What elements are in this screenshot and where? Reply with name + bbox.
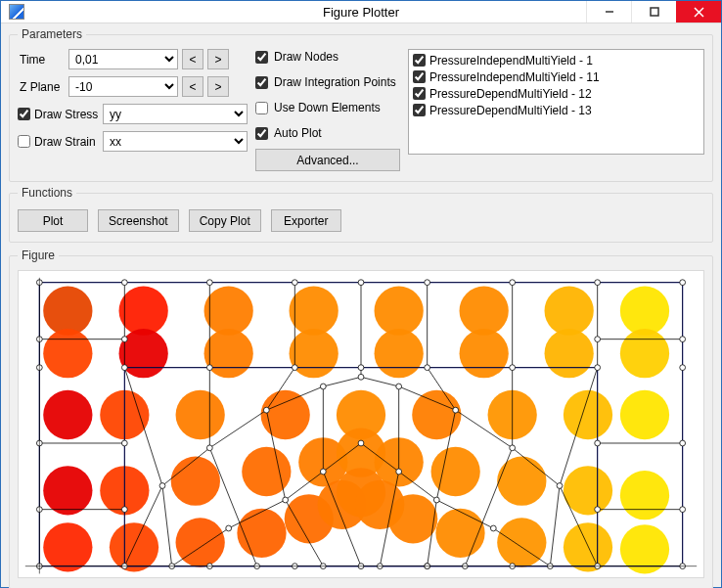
svg-point-39 <box>620 471 669 520</box>
use-down-checkbox[interactable] <box>255 102 268 114</box>
svg-point-4 <box>43 287 92 336</box>
list-item: PressureDependMultiYield - 12 <box>413 85 699 102</box>
time-combo[interactable]: 0,01 <box>68 49 178 69</box>
svg-point-7 <box>290 287 338 336</box>
svg-point-170 <box>510 445 516 451</box>
svg-point-13 <box>119 329 168 378</box>
parameters-legend: Parameters <box>18 27 86 41</box>
svg-point-14 <box>204 329 253 378</box>
svg-line-81 <box>323 377 361 386</box>
time-next-button[interactable]: > <box>207 49 229 69</box>
svg-point-122 <box>595 337 601 342</box>
svg-point-118 <box>680 280 686 286</box>
figure-group: Figure <box>9 249 713 588</box>
svg-point-165 <box>263 407 269 413</box>
app-icon <box>9 4 24 20</box>
svg-point-162 <box>490 525 496 531</box>
svg-point-23 <box>261 390 310 439</box>
svg-line-74 <box>162 485 172 565</box>
screenshot-button[interactable]: Screenshot <box>98 209 179 232</box>
svg-point-116 <box>510 280 516 286</box>
svg-point-16 <box>375 329 424 378</box>
svg-point-159 <box>358 440 364 446</box>
draw-strain-checkbox[interactable] <box>18 135 30 148</box>
svg-point-51 <box>564 522 612 571</box>
svg-point-158 <box>320 469 326 475</box>
list-item: PressureDependMultiYield - 13 <box>413 102 699 118</box>
svg-point-115 <box>425 280 430 286</box>
draw-nodes-label: Draw Nodes <box>274 50 338 64</box>
svg-point-43 <box>237 509 286 558</box>
list-item-checkbox[interactable] <box>413 70 426 83</box>
svg-point-17 <box>460 329 509 378</box>
maximize-icon <box>650 7 659 17</box>
svg-point-28 <box>620 390 669 439</box>
close-button[interactable] <box>676 1 721 23</box>
list-item-checkbox[interactable] <box>413 54 426 67</box>
svg-point-164 <box>206 445 212 451</box>
svg-point-169 <box>453 407 459 413</box>
exporter-button[interactable]: Exporter <box>271 209 341 232</box>
auto-plot-checkbox[interactable] <box>255 127 268 140</box>
functions-legend: Functions <box>18 186 76 200</box>
svg-point-49 <box>435 509 484 558</box>
list-item: PressureIndependMultiYield - 11 <box>413 68 699 85</box>
parameters-group: Parameters Time 0,01 < > Z Plane -10 < > <box>9 27 713 182</box>
svg-point-138 <box>680 507 686 513</box>
zplane-combo[interactable]: -10 <box>68 76 178 97</box>
svg-point-20 <box>43 390 92 439</box>
zplane-prev-button[interactable]: < <box>182 76 203 97</box>
draw-integ-label: Draw Integration Points <box>274 75 396 89</box>
strain-combo[interactable]: xx <box>103 131 248 152</box>
figure-legend: Figure <box>18 249 59 262</box>
svg-point-32 <box>242 447 291 496</box>
functions-group: Functions Plot Screenshot Copy Plot Expo… <box>9 186 713 243</box>
minimize-button[interactable] <box>586 1 631 23</box>
material-listbox[interactable]: PressureIndependMultiYield - 1 PressureI… <box>408 49 704 155</box>
svg-point-8 <box>375 287 424 336</box>
figure-canvas[interactable] <box>18 270 704 578</box>
list-item-checkbox[interactable] <box>413 104 426 116</box>
svg-point-167 <box>358 374 364 380</box>
plot-button[interactable]: Plot <box>18 209 88 232</box>
svg-point-12 <box>43 329 92 378</box>
svg-point-128 <box>425 365 430 371</box>
copy-plot-button[interactable]: Copy Plot <box>189 209 261 232</box>
svg-point-37 <box>497 457 546 506</box>
draw-stress-checkbox[interactable] <box>18 108 30 120</box>
svg-point-120 <box>121 337 127 342</box>
svg-point-135 <box>595 440 601 446</box>
app-window: Figure Plotter Parameters Time 0,01 < <box>0 0 722 588</box>
stress-combo[interactable]: yy <box>103 104 248 124</box>
svg-point-127 <box>358 365 364 371</box>
svg-point-50 <box>497 518 546 566</box>
svg-line-84 <box>361 377 399 386</box>
svg-point-139 <box>595 507 601 513</box>
svg-point-31 <box>171 457 220 506</box>
list-item: PressureIndependMultiYield - 1 <box>413 52 699 68</box>
svg-point-36 <box>431 447 480 496</box>
client-area: Parameters Time 0,01 < > Z Plane -10 < > <box>1 23 721 588</box>
svg-point-171 <box>557 483 563 489</box>
list-item-label: PressureDependMultiYield - 13 <box>429 104 592 117</box>
svg-point-111 <box>121 280 127 286</box>
draw-nodes-checkbox[interactable] <box>255 51 268 64</box>
svg-point-121 <box>680 337 686 342</box>
svg-point-117 <box>595 280 601 286</box>
draw-integ-checkbox[interactable] <box>255 76 268 89</box>
maximize-button[interactable] <box>631 1 676 23</box>
advanced-button[interactable]: Advanced... <box>255 149 400 171</box>
svg-point-131 <box>680 365 686 371</box>
draw-strain-label: Draw Strain <box>34 135 96 149</box>
minimize-icon <box>605 7 614 17</box>
list-item-checkbox[interactable] <box>413 87 426 100</box>
figure-plot <box>21 273 701 575</box>
use-down-label: Use Down Elements <box>274 101 381 114</box>
titlebar[interactable]: Figure Plotter <box>1 1 721 23</box>
svg-point-40 <box>43 522 92 571</box>
list-item-label: PressureIndependMultiYield - 11 <box>429 70 600 84</box>
list-item-label: PressureDependMultiYield - 12 <box>429 87 592 101</box>
svg-point-126 <box>292 365 297 371</box>
time-prev-button[interactable]: < <box>182 49 203 69</box>
zplane-next-button[interactable]: > <box>207 76 229 97</box>
